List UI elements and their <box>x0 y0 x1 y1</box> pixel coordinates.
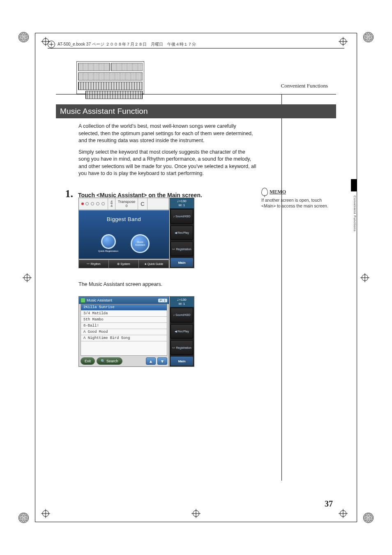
quick-registration-label: Quick Registration <box>98 250 118 252</box>
rec-play-label: Rec/Play <box>178 330 189 333</box>
chevron-down-icon: ▼ <box>160 359 164 364</box>
main-screen-screenshot: 4 4 Transpose 0 C Biggest Band Quick Reg… <box>78 198 194 268</box>
list-item[interactable]: 2Killa Sunrise <box>81 304 167 311</box>
running-head-text: AT-500_e.book 37 ページ ２００８年７月２８日 月曜日 午後４時… <box>58 41 196 47</box>
memo-heading: MEMO <box>261 188 286 196</box>
search-button[interactable]: 🔍 Search <box>97 357 122 365</box>
memo-balloon-icon <box>261 188 268 196</box>
ma-title: Music Assistant <box>87 298 112 302</box>
system-tab-label: System <box>120 263 130 265</box>
memo-note: MEMO If another screen is open, touch <M… <box>261 188 331 209</box>
page-number: 37 <box>325 499 333 509</box>
rec-play-label: Rec/Play <box>178 231 189 234</box>
content-top-rule <box>56 94 336 94</box>
intro-para-1: A collection of the world's best, most w… <box>78 123 257 145</box>
book-mark-icon <box>48 41 55 48</box>
music-assistant-button[interactable]: Music Assistant <box>131 234 150 253</box>
sound-kbd-button[interactable]: ♪ Sound/KBD <box>171 308 193 322</box>
rec-play-button[interactable]: ◀ Rec/Play <box>171 226 193 240</box>
sound-icon: ♪ <box>173 215 175 218</box>
measure-value: M: 1 <box>170 302 194 306</box>
registration-mark-icon <box>18 32 29 42</box>
step-result-text: The Music Assistant screen appears. <box>78 281 251 287</box>
registration-mark-icon <box>363 513 374 523</box>
time-signature-bottom: 4 <box>111 204 113 208</box>
rec-icon: ◀ <box>175 330 177 333</box>
time-signature: 4 <box>111 200 113 204</box>
page-badge: P: 1 <box>158 299 167 302</box>
main-button-label: Main <box>178 261 185 265</box>
main-screen-center: Biggest Band Quick Registration Music As… <box>79 210 169 259</box>
memo-body: If another screen is open, touch <Main> … <box>261 197 331 209</box>
section-heading: Music Assistant Function <box>56 104 336 118</box>
page-frame: AT-500_e.book 37 ページ ２００８年７月２８日 月曜日 午後４時… <box>35 33 357 522</box>
thumb-index-label: Convenient Functions <box>350 196 357 231</box>
record-indicator-icon <box>81 203 84 205</box>
music-assistant-label: Music Assistant <box>132 241 148 246</box>
intro-text-block: A collection of the world's best, most w… <box>78 123 257 182</box>
list-item[interactable]: 3/4 Matilda <box>81 311 167 317</box>
bottom-tabs: 〰 Rhythm ⚙ System ★ Quick Guide <box>79 260 169 268</box>
running-head: AT-500_e.book 37 ページ ２００８年７月２８日 月曜日 午後４時… <box>48 41 344 48</box>
sound-kbd-button[interactable]: ♪ Sound/KBD <box>171 209 193 224</box>
registration-button[interactable]: ▭ Registration <box>171 242 193 256</box>
quick-registration-button[interactable] <box>101 234 116 249</box>
header-rule <box>48 48 344 48</box>
rec-icon: ◀ <box>175 231 177 235</box>
quick-guide-tab[interactable]: ★ Quick Guide <box>139 260 169 268</box>
registration-label: Registration <box>176 346 191 349</box>
crop-mark-icon <box>360 273 369 282</box>
exit-button[interactable]: Exit <box>81 357 95 365</box>
search-icon: 🔍 <box>101 359 105 363</box>
ma-list: 2Killa Sunrise 3/4 Matilda 5th Mambo 8-B… <box>81 304 167 356</box>
tempo-value: ♩=130 <box>170 298 194 302</box>
registration-icon: ▭ <box>172 346 175 349</box>
status-bar: 4 4 Transpose 0 C <box>79 198 169 210</box>
chevron-up-icon: ▲ <box>149 359 153 364</box>
main-button[interactable]: Main <box>171 258 193 267</box>
scroll-down-button[interactable]: ▼ <box>157 357 167 365</box>
step-number: 1. <box>56 188 73 200</box>
ma-footer: Exit 🔍 Search ▲ ▼ <box>81 357 167 365</box>
list-item[interactable]: 5th Mambo <box>81 317 167 323</box>
system-icon: ⚙ <box>117 263 120 266</box>
sound-kbd-label: Sound/KBD <box>175 313 191 316</box>
crop-mark-icon <box>23 273 32 282</box>
music-assistant-icon <box>81 298 85 303</box>
sound-icon: ♪ <box>173 313 175 316</box>
tempo-display: ♩=130 M: 1 <box>170 198 194 208</box>
registration-button[interactable]: ▭ Registration <box>171 340 193 355</box>
main-button[interactable]: Main <box>171 357 193 366</box>
scroll-up-button[interactable]: ▲ <box>146 357 156 365</box>
page-section-title: Convenient Functions <box>281 83 328 89</box>
main-button-label: Main <box>178 359 185 363</box>
memo-heading-text: MEMO <box>270 189 286 195</box>
rec-play-button[interactable]: ◀ Rec/Play <box>171 324 193 339</box>
list-item[interactable]: A Good Mood <box>81 329 167 335</box>
quick-guide-icon: ★ <box>144 263 147 266</box>
tempo-value: ♩=130 <box>170 199 194 203</box>
rhythm-tab[interactable]: 〰 Rhythm <box>79 260 109 268</box>
key-value: C <box>141 201 144 207</box>
ma-title-bar: Music Assistant P: 1 <box>79 297 169 304</box>
system-tab[interactable]: ⚙ System <box>109 260 139 268</box>
registration-mark-icon <box>363 32 374 42</box>
registration-label: Registration <box>176 248 191 251</box>
side-panel: ♩=130 M: 1 ♪ Sound/KBD ◀ Rec/Play ▭ Regi… <box>170 198 194 268</box>
instrument-panel-illustration <box>76 61 144 94</box>
measure-value: M: 1 <box>170 203 194 207</box>
sound-kbd-label: Sound/KBD <box>175 215 191 218</box>
rhythm-tab-label: Rhythm <box>90 263 100 265</box>
music-assistant-screenshot: Music Assistant P: 1 2Killa Sunrise 3/4 … <box>78 296 194 367</box>
thumb-index-tab <box>351 179 357 191</box>
column-divider <box>281 94 282 481</box>
preset-name: Biggest Band <box>107 216 141 222</box>
list-item[interactable]: 8-Ball! <box>81 323 167 329</box>
list-item[interactable]: A Nighttime Bird Song <box>81 335 167 341</box>
search-label: Search <box>106 359 118 363</box>
registration-mark-icon <box>18 513 29 523</box>
intro-para-2: Simply select the keyword that most clos… <box>78 149 257 177</box>
tempo-display: ♩=130 M: 1 <box>170 297 194 307</box>
quick-guide-tab-label: Quick Guide <box>148 263 164 265</box>
side-panel: ♩=130 M: 1 ♪ Sound/KBD ◀ Rec/Play ▭ Regi… <box>170 297 194 366</box>
